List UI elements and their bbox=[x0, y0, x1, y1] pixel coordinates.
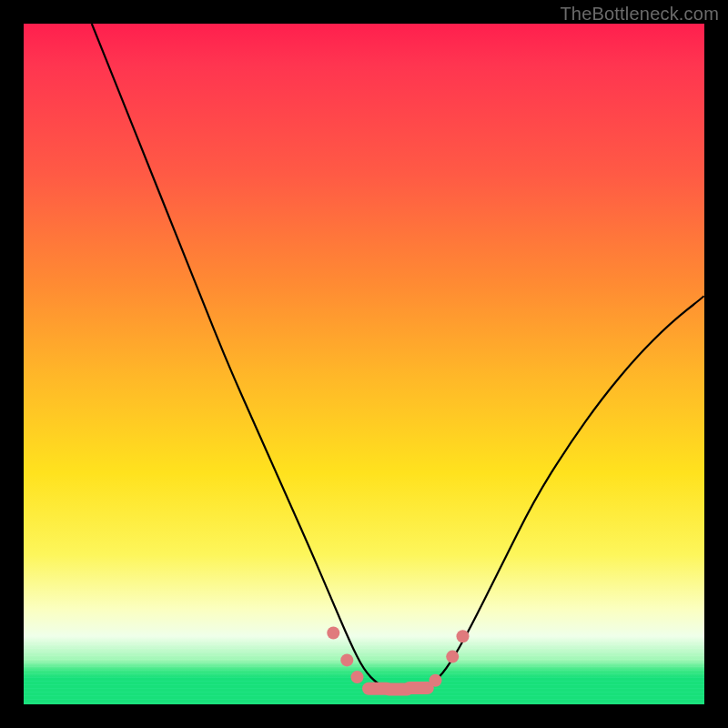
watermark-text: TheBottleneck.com bbox=[560, 4, 719, 25]
highlight-marker bbox=[327, 627, 339, 640]
highlight-marker bbox=[457, 630, 470, 642]
highlight-marker bbox=[351, 671, 364, 683]
bottleneck-curve bbox=[92, 24, 704, 691]
chart-svg bbox=[24, 24, 704, 704]
chart-frame: TheBottleneck.com bbox=[0, 0, 728, 728]
highlight-marker bbox=[340, 653, 353, 666]
highlight-marker bbox=[446, 651, 459, 663]
highlight-marker bbox=[403, 682, 434, 694]
curve-path bbox=[92, 24, 704, 691]
highlight-marker bbox=[430, 674, 442, 687]
chart-plot-area bbox=[24, 24, 704, 704]
